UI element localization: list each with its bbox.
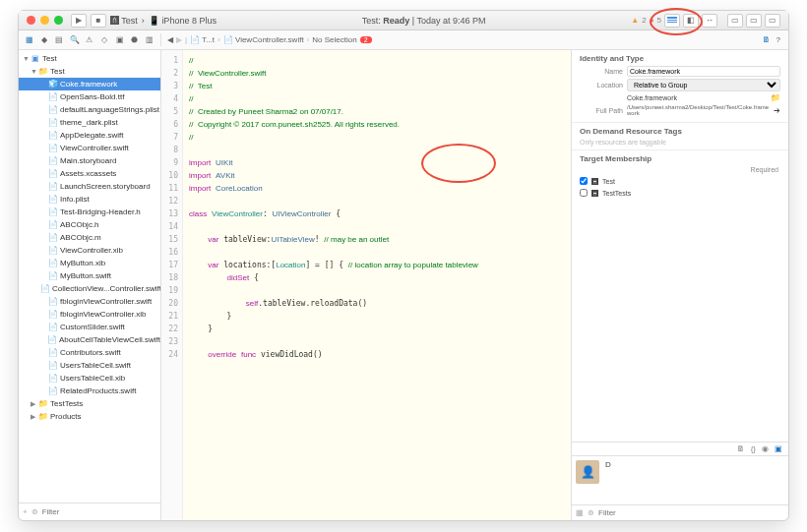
find-navigator-tab[interactable]: 🔍 [68,33,81,46]
library-tab-4[interactable]: ▣ [775,444,782,453]
tree-file[interactable]: 📄theme_dark.plist [19,116,160,129]
titlebar: ▶ ■ 🅰 Test › 📱 iPhone 8 Plus Test: Ready… [19,11,788,30]
file-tree[interactable]: ▼▣Test ▼📁Test 🧊Coke.framework 📄OpenSans-… [19,50,160,502]
tree-file[interactable]: 📄AppDelegate.swift [19,129,160,142]
scheme-selector[interactable]: 🅰 Test [110,16,138,26]
tree-folder[interactable]: ▶📁Products [19,410,160,423]
tree-file[interactable]: 📄UsersTableCell.swift [19,359,160,372]
field-label: Full Path [580,107,623,114]
tree-folder[interactable]: ▼📁Test [19,65,160,78]
breakpoint-navigator-tab[interactable]: ⬣ [128,33,141,46]
test-navigator-tab[interactable]: ◇ [98,33,111,46]
nav-forward-button[interactable]: ▶ [176,35,182,44]
tree-file[interactable]: 📄MyButton.xib [19,257,160,269]
tree-file[interactable]: 📄Contributors.swift [19,346,160,359]
identity-section: Identity and Type Name Location Relative… [572,50,788,123]
quick-help-tab[interactable]: ? [776,35,780,44]
tree-file[interactable]: 📄MyButton.swift [19,269,160,282]
name-field[interactable] [627,66,780,77]
toggle-utilities-button[interactable]: ▭ [765,14,780,28]
error-count[interactable]: ●5 [650,16,661,25]
breadcrumb-item[interactable]: 📄 T...t [190,35,215,44]
report-navigator-tab[interactable]: ▥ [144,33,156,46]
tree-file[interactable]: 📄Main.storyboard [19,154,160,167]
tree-file[interactable]: 📄fbloginViewController.swift [19,295,160,308]
assistant-editor-button[interactable]: ◧ [683,14,699,28]
field-label: Name [580,68,623,75]
nav-back-button[interactable]: ◀ [167,35,173,44]
stop-button[interactable]: ■ [91,14,106,28]
tree-file[interactable]: 📄ViewController.xib [19,244,160,257]
tree-file[interactable]: 📄RelatedProducts.swift [19,384,160,397]
tree-file[interactable]: 📄CustomSlider.swift [19,321,160,333]
navigator-filter-bar: + ⊚ [19,502,160,520]
project-navigator-tab[interactable]: ▦ [23,33,35,46]
tree-file-selected[interactable]: 🧊Coke.framework [19,78,160,90]
library-filter-input[interactable] [598,508,784,517]
location-file: Coke.framework [627,94,767,101]
standard-editor-button[interactable] [664,14,680,28]
run-button[interactable]: ▶ [71,14,87,28]
toggle-navigator-button[interactable]: ▭ [727,14,743,28]
library-tab-3[interactable]: ◉ [762,444,769,453]
target-membership-item[interactable]: 🅰TestTests [580,187,780,199]
tree-file[interactable]: 📄Test-Bridging-Header.h [19,206,160,218]
tree-file[interactable]: 📄ABCObjc.h [19,218,160,231]
source-control-tab[interactable]: ◆ [37,33,50,46]
target-checkbox[interactable] [580,177,588,185]
code-area[interactable]: // // ViewController.swift // Test // //… [183,50,571,520]
library-tab-2[interactable]: {} [751,444,756,453]
section-title: Identity and Type [580,54,780,63]
target-checkbox[interactable] [580,189,588,197]
breadcrumb: ◀ ▶ | 📄 T...t › 📄 ViewController.swift ›… [161,35,378,44]
tree-project-root[interactable]: ▼▣Test [19,52,160,65]
toggle-debug-button[interactable]: ▭ [746,14,762,28]
ondemand-section: On Demand Resource Tags Only resources a… [572,123,788,150]
reveal-path-button[interactable]: ➔ [774,106,780,115]
tree-file[interactable]: 📄AboutCellTableViewCell.swift [19,333,160,346]
file-inspector-tab[interactable]: 🗎 [763,35,771,44]
inline-error-count[interactable]: 2 [360,36,372,43]
tree-folder[interactable]: ▶📁TestTests [19,397,160,410]
add-file-button[interactable]: + [23,507,28,516]
breadcrumb-item[interactable]: No Selection [312,35,356,44]
issue-navigator-tab[interactable]: ⚠ [83,33,95,46]
utilities-inspector: Identity and Type Name Location Relative… [572,50,788,520]
tree-file[interactable]: 📄ABCObjc.m [19,231,160,244]
main-area: ▼▣Test ▼📁Test 🧊Coke.framework 📄OpenSans-… [19,50,788,520]
debug-navigator-tab[interactable]: ▣ [113,33,126,46]
tree-file[interactable]: 📄Assets.xcassets [19,167,160,180]
source-editor[interactable]: 123456789101112131415161718192021222324 … [161,50,572,520]
column-header: Required [751,166,778,173]
hint-text: Only resources are taggable [580,139,780,146]
minimize-window-button[interactable] [40,16,49,25]
location-select[interactable]: Relative to Group [627,79,780,91]
close-window-button[interactable] [27,16,35,25]
filter-icon: ⊚ [31,507,38,516]
library-tab-1[interactable]: 🗎 [737,444,745,453]
choose-path-button[interactable]: 📁 [771,93,780,102]
zoom-window-button[interactable] [54,16,63,25]
tree-file[interactable]: 📄UsersTableCell.xib [19,372,160,384]
symbol-navigator-tab[interactable]: ▤ [53,33,66,46]
warning-count[interactable]: ▲2 [631,16,646,25]
xcode-window: ▶ ■ 🅰 Test › 📱 iPhone 8 Plus Test: Ready… [18,10,789,521]
breadcrumb-item[interactable]: 📄 ViewController.swift [223,35,304,44]
navigator-tabs: ▦ ◆ ▤ 🔍 ⚠ ◇ ▣ ⬣ ▥ [19,33,161,46]
project-navigator: ▼▣Test ▼📁Test 🧊Coke.framework 📄OpenSans-… [19,50,161,520]
tree-file[interactable]: 📄LaunchScreen.storyboard [19,180,160,193]
field-label: Location [580,82,623,89]
tree-file[interactable]: 📄fbloginViewController.xib [19,308,160,321]
tree-file[interactable]: 📄Info.plist [19,193,160,206]
navigator-filter-input[interactable] [42,507,156,516]
tree-file[interactable]: 📄defaultLanguageStrings.plist [19,103,160,116]
version-editor-button[interactable]: ↔ [702,14,717,28]
status-text: Test: Ready | Today at 9:46 PM [362,16,486,26]
library-area: 👤 D [572,455,788,504]
library-view-icon[interactable]: ▦ [576,508,584,517]
tree-file[interactable]: 📄ViewController.swift [19,142,160,154]
target-membership-item[interactable]: 🅰Test [580,175,780,187]
tree-file[interactable]: 📄OpenSans-Bold.ttf [19,90,160,103]
tree-file[interactable]: 📄CollectionView...Controller.swift [19,282,160,295]
device-selector[interactable]: 📱 iPhone 8 Plus [149,16,217,26]
